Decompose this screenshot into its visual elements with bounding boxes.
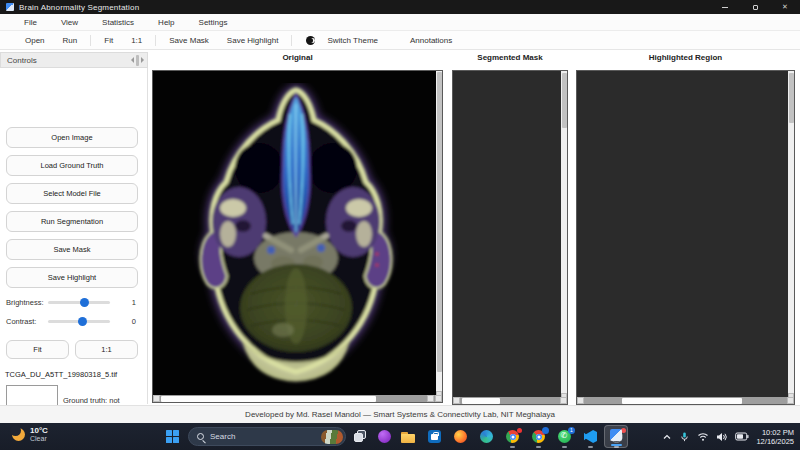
scrollbar-thumb[interactable] (622, 398, 742, 404)
scroll-left-button[interactable] (577, 397, 584, 404)
highlight-v-scrollbar[interactable] (788, 71, 794, 399)
brightness-value: 1 (132, 298, 136, 307)
taskbar-search[interactable]: Search (188, 427, 346, 446)
one-to-one-button[interactable]: 1:1 (75, 340, 138, 359)
contrast-slider-thumb[interactable] (78, 317, 87, 326)
window-controls: ✕ (710, 0, 800, 14)
highlighted-region-panel[interactable] (576, 70, 795, 405)
microphone-icon[interactable] (679, 431, 690, 443)
purple-app-icon[interactable] (378, 430, 392, 444)
menu-view[interactable]: View (61, 18, 78, 27)
highlight-panel-title: Highlighted Region (576, 53, 795, 62)
mask-v-scrollbar[interactable] (561, 71, 567, 399)
scroll-left-button[interactable] (153, 395, 160, 402)
scroll-right-button[interactable] (427, 395, 434, 402)
toolbar-fit-button[interactable]: Fit (95, 36, 122, 45)
annotations-button[interactable]: Annotations (401, 36, 461, 45)
brightness-row: Brightness: 1 (6, 296, 142, 308)
whatsapp-badge: 1 (568, 427, 575, 434)
windows-start-icon[interactable] (166, 430, 179, 443)
toolbar-save-mask-button[interactable]: Save Mask (160, 36, 218, 45)
save-highlight-button[interactable]: Save Highlight (6, 267, 138, 288)
restore-icon[interactable] (740, 0, 770, 14)
scrollbar-thumb[interactable] (789, 73, 794, 123)
tray-clock[interactable]: 10:02 PM 12/16/2025 (756, 428, 794, 446)
menu-statistics[interactable]: Statistics (102, 18, 134, 27)
scroll-right-button[interactable] (560, 397, 567, 404)
open-image-button[interactable]: Open Image (6, 127, 138, 148)
toolbar-separator (90, 35, 91, 46)
volume-icon[interactable] (716, 432, 728, 442)
moon-theme-icon (306, 36, 315, 45)
original-v-scrollbar[interactable] (436, 71, 442, 397)
footer: Developed by Md. Rasel Mandol — Smart Sy… (0, 405, 800, 423)
menu-file[interactable]: File (24, 18, 37, 27)
select-model-file-button[interactable]: Select Model File (6, 183, 138, 204)
contrast-slider[interactable] (48, 320, 110, 323)
tray-time: 10:02 PM (756, 428, 794, 437)
scrollbar-thumb[interactable] (161, 396, 376, 402)
highlight-h-scrollbar[interactable] (577, 397, 794, 404)
original-image-panel[interactable] (152, 70, 443, 403)
mask-panel-title: Segmented Mask (452, 53, 568, 62)
load-ground-truth-button[interactable]: Load Ground Truth (6, 155, 138, 176)
toolbar: Open Run Fit 1:1 Save Mask Save Highligh… (0, 31, 800, 50)
vscode-icon[interactable] (584, 430, 598, 444)
chrome-alt-icon[interactable] (532, 430, 546, 444)
chevron-up-icon[interactable] (662, 432, 672, 442)
toolbar-open-button[interactable]: Open (16, 36, 54, 45)
active-app-taskbar-button[interactable] (604, 425, 628, 448)
contrast-label: Contrast: (6, 317, 46, 326)
controls-header-label: Controls (7, 56, 37, 65)
weather-condition: Clear (30, 435, 48, 443)
weather-temp: 10°C (30, 426, 48, 435)
search-icon (197, 433, 204, 440)
scroll-left-button[interactable] (453, 397, 460, 404)
taskbar: 10°C Clear Search 1 (0, 423, 800, 450)
save-mask-button[interactable]: Save Mask (6, 239, 138, 260)
menu-help[interactable]: Help (158, 18, 174, 27)
file-explorer-icon[interactable] (401, 430, 415, 444)
toolbar-separator (291, 35, 292, 46)
toolbar-one-to-one-button[interactable]: 1:1 (122, 36, 151, 45)
toolbar-run-button[interactable]: Run (54, 36, 87, 45)
contrast-row: Contrast: 0 (6, 315, 142, 327)
chrome-icon[interactable] (506, 430, 520, 444)
system-tray: 10:02 PM 12/16/2025 (662, 423, 800, 450)
minimize-icon[interactable] (710, 0, 740, 14)
toolbar-save-highlight-button[interactable]: Save Highlight (218, 36, 288, 45)
wifi-icon[interactable] (697, 432, 709, 442)
original-panel-title: Original (152, 53, 443, 62)
menu-settings[interactable]: Settings (199, 18, 228, 27)
firefox-icon[interactable] (454, 430, 468, 444)
search-daily-image[interactable] (321, 430, 343, 444)
active-app-indicator (611, 444, 622, 446)
app-window: Brain Abnormality Segmentation ✕ File Vi… (0, 0, 800, 450)
battery-icon[interactable] (735, 432, 749, 441)
store-icon[interactable] (428, 430, 442, 444)
weather-widget[interactable]: 10°C Clear (12, 426, 48, 443)
segmented-mask-panel[interactable] (452, 70, 568, 405)
switch-theme-button[interactable]: Switch Theme (318, 36, 387, 45)
whatsapp-icon[interactable]: 1 (558, 430, 572, 444)
brightness-slider-thumb[interactable] (80, 298, 89, 307)
edge-icon[interactable] (480, 430, 494, 444)
contrast-value: 0 (132, 317, 136, 326)
credit-text: Developed by Md. Rasel Mandol — Smart Sy… (245, 410, 555, 419)
original-h-scrollbar[interactable] (153, 395, 442, 402)
active-app-icon (610, 429, 622, 441)
mask-h-scrollbar[interactable] (453, 397, 567, 404)
close-icon[interactable]: ✕ (770, 0, 800, 14)
app-icon (6, 3, 14, 11)
run-segmentation-button[interactable]: Run Segmentation (6, 211, 138, 232)
scroll-right-button[interactable] (787, 397, 794, 404)
fit-button[interactable]: Fit (6, 340, 69, 359)
scrollbar-thumb[interactable] (462, 398, 500, 404)
scroll-corner-button[interactable] (435, 395, 442, 402)
scrollbar-thumb[interactable] (562, 73, 567, 128)
task-view-icon[interactable] (354, 430, 368, 444)
brightness-slider[interactable] (48, 301, 110, 304)
loaded-filename: TCGA_DU_A5TT_19980318_5.tif (5, 370, 147, 379)
splitter-handle-icon[interactable] (131, 55, 144, 66)
scrollbar-thumb[interactable] (437, 72, 442, 372)
